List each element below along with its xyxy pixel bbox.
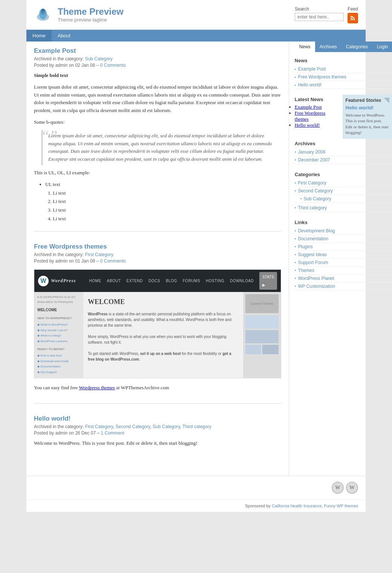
latest-link-1[interactable]: Example Post	[295, 104, 322, 110]
categories-list: First Category Second Category Sub Categ…	[295, 179, 392, 212]
tab-news[interactable]: News	[295, 41, 315, 52]
featured-title: Featured Stories	[346, 98, 390, 103]
site-header: Theme Preview Theme preview tagline Sear…	[26, 0, 366, 30]
link-6[interactable]: Themes	[295, 268, 392, 273]
list-item: Development Blog	[295, 227, 392, 235]
feed-label: Feed	[348, 6, 358, 12]
rss-feed-icon[interactable]	[348, 13, 358, 23]
post-category-wp-themes: Archived in the category: First Category	[34, 252, 281, 257]
post-ul: UL text	[45, 181, 281, 189]
sponsor-link-1[interactable]: California Health Insurance	[272, 504, 322, 508]
post-comments-example[interactable]: 0 Comments	[100, 63, 126, 68]
tab-login[interactable]: Login	[372, 41, 392, 52]
post-author-wp-themes: Posted by admin on 01 Jan 08 – 0 Comment…	[34, 258, 281, 264]
post-author-hello-world: Posted by admin on 26 Dec 07 – 1 Comment	[34, 430, 281, 436]
post-bold-heading: Simple bold text	[34, 72, 68, 78]
categories-title: Categories	[295, 170, 392, 179]
post-blockquote: Lorem ipsum dolor sit amet, consectetur …	[41, 130, 281, 165]
search-input[interactable]	[295, 13, 344, 21]
cat-link-1[interactable]: First Category	[295, 180, 392, 186]
link-8[interactable]: WP Customization	[295, 284, 392, 289]
list-item: January 2008	[295, 148, 392, 156]
sidebar-categories: Categories First Category Second Categor…	[295, 170, 392, 212]
link-7[interactable]: WordPress Planet	[295, 276, 392, 281]
link-2[interactable]: Documentation	[295, 236, 392, 241]
list-item: Support Forum	[295, 259, 392, 267]
post-title-wp-themes[interactable]: Free Wordpress themes	[34, 243, 281, 250]
search-label: Search	[295, 6, 309, 12]
list-item: Suggest Ideas	[295, 251, 392, 259]
list-item: Themes	[295, 267, 392, 275]
wordpress-themes-link[interactable]: Wordpress themes	[79, 385, 115, 390]
post-ol-list: Li text Li text Li text Li text	[53, 189, 281, 223]
sidebar-news-list: Example Post Free Wordpress themes Hello…	[295, 65, 392, 89]
post-comments-hello-world[interactable]: 1 Comment	[101, 430, 124, 436]
post-bquotes-label: Some b-quotes:	[34, 118, 281, 126]
post-cat-second[interactable]: Second Category	[116, 424, 150, 429]
archive-link-2[interactable]: December 2007	[295, 157, 392, 163]
sponsored-bar: Sponsored by California Health Insurance…	[26, 499, 366, 512]
latest-link-3[interactable]: Hello world!	[295, 122, 320, 128]
list-item: Free Wordpress themes	[295, 73, 392, 81]
link-5[interactable]: Support Forum	[295, 260, 392, 265]
post-cat-third[interactable]: Third category	[182, 424, 211, 429]
sidebar-archives: Archives January 2008 December 2007	[295, 139, 392, 164]
site-title[interactable]: Theme Preview	[58, 6, 124, 17]
post-wp-themes: Free Wordpress themes Archived in the ca…	[34, 243, 281, 404]
nav-about[interactable]: About	[52, 30, 77, 41]
post-cat-first[interactable]: First Category	[85, 424, 113, 429]
post-category-hello-world: Archived in the category: First Category…	[34, 424, 281, 429]
news-link-3[interactable]: Hello world!	[295, 82, 392, 88]
list-item: Documentation	[295, 235, 392, 243]
post-body-wp-themes-text: You can easy find free Wordpress themes …	[34, 384, 281, 392]
post-author-example: Posted by admin on 02 Jan 08 – 0 Comment…	[34, 63, 281, 68]
search-area: Search	[295, 6, 344, 21]
post-para1: Lorem ipsum dolor sit amet, consectetur …	[34, 83, 281, 115]
cat-link-4[interactable]: Third category	[295, 205, 392, 210]
post-title-example[interactable]: Example Post	[34, 47, 281, 55]
post-cat-sub[interactable]: Sub Category	[153, 424, 180, 429]
featured-fold	[384, 98, 389, 103]
post-category-example: Archived in the category: Sub Category	[34, 56, 281, 61]
sidebar-tabs: News Archives Categories Login	[295, 41, 392, 52]
header-right: Search Feed	[295, 6, 358, 23]
post-ul-intro: This is UL, OL, LI example:	[34, 169, 281, 177]
sidebar-links: Links Development Blog Documentation Plu…	[295, 218, 392, 290]
archives-title: Archives	[295, 139, 392, 148]
link-1[interactable]: Development Blog	[295, 228, 392, 234]
tab-categories[interactable]: Categories	[341, 41, 372, 52]
li-item-1: Li text	[53, 189, 281, 197]
post-title-hello-world[interactable]: Hello world!	[34, 415, 281, 422]
header-left: Theme Preview Theme preview tagline	[34, 6, 124, 24]
cat-link-3[interactable]: Sub Category	[300, 196, 392, 201]
wordpress-screenshot: W WordPress HOME ABOUT EXTEND DOCS BLOG	[34, 269, 281, 378]
list-item: WordPress Planet	[295, 275, 392, 283]
latest-link-2[interactable]: Free Wordpress themes	[295, 110, 325, 122]
tab-archives[interactable]: Archives	[315, 41, 341, 52]
post-category-link-example[interactable]: Sub Category	[85, 56, 112, 61]
list-item: Plugins	[295, 243, 392, 251]
footer: W W	[26, 476, 366, 499]
archives-list: January 2008 December 2007	[295, 148, 392, 164]
nav-home[interactable]: Home	[26, 30, 52, 41]
cat-link-2[interactable]: Second Category	[295, 188, 392, 194]
featured-post-body: Welcome to WordPress. This is your first…	[346, 112, 390, 136]
news-link-2[interactable]: Free Wordpress themes	[295, 74, 392, 80]
archive-link-1[interactable]: January 2008	[295, 149, 392, 155]
footer-logos: W W	[332, 482, 358, 494]
post-hw-para: Welcome to WordPress. This is your first…	[34, 439, 281, 447]
post-comments-wp-themes[interactable]: 0 Comments	[100, 258, 126, 264]
list-item: Third category	[295, 203, 392, 212]
link-4[interactable]: Suggest Ideas	[295, 252, 392, 257]
sponsor-link-2[interactable]: Funny WP themes	[324, 504, 358, 508]
news-link-1[interactable]: Example Post	[295, 66, 392, 72]
footer-logo-1: W	[332, 482, 344, 494]
sidebar-latest-news: Latest News Example Post Free Wordpress …	[295, 95, 339, 139]
post-body-wp-themes: W WordPress HOME ABOUT EXTEND DOCS BLOG	[34, 269, 281, 392]
featured-post-link[interactable]: Hello world!	[346, 105, 390, 111]
sidebar-news: News Example Post Free Wordpress themes …	[295, 56, 392, 89]
list-item: First Category	[295, 179, 392, 187]
link-3[interactable]: Plugins	[295, 244, 392, 249]
post-category-link-wp-themes[interactable]: First Category	[85, 252, 113, 257]
svg-point-3	[42, 9, 44, 12]
